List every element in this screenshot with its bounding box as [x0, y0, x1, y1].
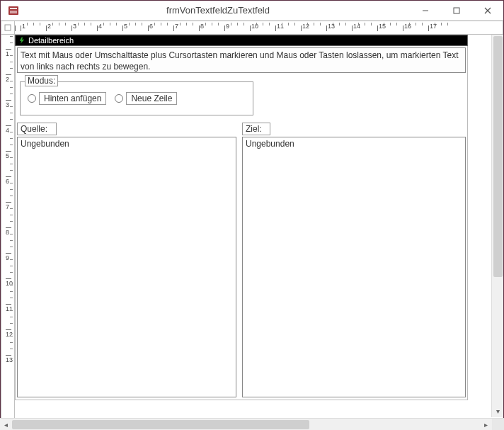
form-detail-area[interactable]: Text mit Maus oder Umschalttaste plus Cu… [15, 46, 468, 400]
design-surface[interactable]: Detailbereich Text mit Maus oder Umschal… [15, 35, 496, 429]
hscroll-thumb[interactable] [12, 420, 309, 429]
app-window: frmVonTextfeldZuTextfeld 123456789101112… [0, 0, 504, 430]
svg-rect-4 [454, 8, 459, 13]
design-viewport: Detailbereich Text mit Maus oder Umschal… [15, 35, 503, 429]
horizontal-ruler[interactable]: 1234567891011121314151617 [15, 21, 503, 35]
vscroll-down-arrow-icon[interactable]: ▾ [492, 405, 503, 417]
quelle-textbox[interactable]: Ungebunden [17, 137, 236, 397]
radio-append-label[interactable]: Hinten anfügen [39, 92, 106, 105]
modus-groupbox[interactable]: Modus: Hinten anfügen Neue Zeile [20, 81, 253, 115]
window-title: frmVonTextfeldZuTextfeld [26, 5, 410, 16]
vertical-scrollbar[interactable]: ▾ [491, 35, 503, 417]
ziel-label[interactable]: Ziel: [242, 123, 270, 135]
option-append[interactable]: Hinten anfügen [28, 92, 106, 105]
body-row: 12345678910111213 Detailbereich Text mit… [1, 35, 503, 429]
vscroll-thumb[interactable] [493, 36, 503, 277]
scroll-corner [492, 419, 504, 431]
section-selector-icon [18, 37, 25, 44]
hscroll-right-arrow-icon[interactable]: ▸ [480, 419, 492, 431]
modus-options: Hinten anfügen Neue Zeile [28, 92, 177, 105]
close-button[interactable] [472, 2, 503, 19]
option-newline[interactable]: Neue Zeile [115, 92, 177, 105]
radio-newline[interactable] [115, 94, 123, 103]
hscroll-left-arrow-icon[interactable]: ◂ [0, 419, 12, 431]
detail-section-label: Detailbereich [28, 36, 74, 45]
radio-append[interactable] [28, 94, 36, 103]
maximize-button[interactable] [441, 2, 472, 19]
hscroll-track[interactable] [12, 419, 480, 431]
ruler-row: 1234567891011121314151617 [1, 21, 503, 35]
svg-rect-1 [10, 8, 17, 9]
vertical-ruler[interactable]: 12345678910111213 [1, 35, 15, 429]
instruction-label[interactable]: Text mit Maus oder Umschalttaste plus Cu… [17, 47, 466, 73]
svg-rect-7 [5, 25, 11, 30]
window-buttons [410, 2, 503, 19]
detail-section-header[interactable]: Detailbereich [15, 35, 468, 46]
quelle-label[interactable]: Quelle: [17, 123, 57, 135]
modus-group-label[interactable]: Modus: [25, 75, 58, 86]
ziel-textbox[interactable]: Ungebunden [242, 137, 466, 397]
minimize-button[interactable] [410, 2, 441, 19]
titlebar[interactable]: frmVonTextfeldZuTextfeld [1, 1, 503, 21]
svg-marker-8 [20, 38, 24, 44]
radio-newline-label[interactable]: Neue Zeile [126, 92, 177, 105]
access-app-icon [5, 2, 22, 19]
select-all-corner[interactable] [1, 21, 15, 35]
horizontal-scrollbar[interactable]: ◂ ▸ [0, 418, 504, 430]
svg-rect-2 [10, 11, 17, 13]
